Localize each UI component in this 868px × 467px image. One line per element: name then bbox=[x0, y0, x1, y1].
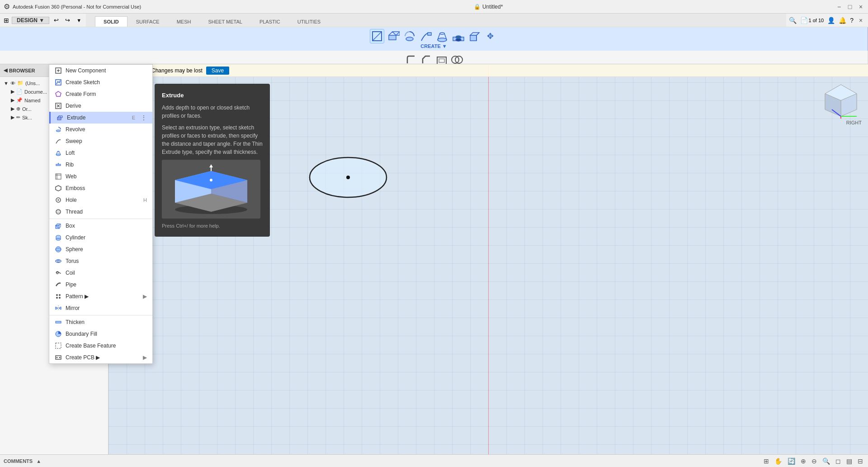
menu-item-rib[interactable]: Rib bbox=[49, 159, 152, 171]
menu-item-sweep[interactable]: Sweep bbox=[49, 135, 152, 147]
user-icon[interactable]: 👤 bbox=[827, 17, 835, 24]
undo-history-button[interactable]: ▼ bbox=[75, 17, 83, 24]
menu-item-mirror[interactable]: Mirror bbox=[49, 302, 152, 314]
menu-item-emboss[interactable]: Emboss bbox=[49, 182, 152, 194]
pattern-icon bbox=[55, 293, 62, 300]
menu-label-torus: Torus bbox=[66, 258, 79, 264]
menu-item-thicken[interactable]: Thicken bbox=[49, 316, 152, 328]
toolbar-hole[interactable] bbox=[451, 29, 466, 43]
menu-item-pattern[interactable]: Pattern ▶ ▶ bbox=[49, 291, 152, 302]
menu-label-create-form: Create Form bbox=[66, 91, 96, 97]
toolbar-extrude[interactable] bbox=[386, 29, 401, 43]
fit-screen-icon[interactable]: ⊞ bbox=[762, 457, 770, 465]
help-icon[interactable]: ? bbox=[850, 17, 854, 24]
svg-point-69 bbox=[56, 130, 61, 132]
loft-icon bbox=[55, 149, 62, 157]
search-icon[interactable]: 🔍 bbox=[789, 17, 797, 24]
menu-item-torus[interactable]: Torus bbox=[49, 255, 152, 267]
hand-tool-icon[interactable]: ✋ bbox=[773, 457, 783, 465]
toolbar-loft[interactable] bbox=[435, 29, 449, 43]
menu-item-derive[interactable]: Derive bbox=[49, 100, 152, 112]
tab-surface[interactable]: SURFACE bbox=[127, 16, 168, 27]
orbit-icon[interactable]: 🔄 bbox=[786, 457, 797, 465]
menu-item-web[interactable]: Web bbox=[49, 171, 152, 182]
tooltip-description: Adds depth to open or closed sketch prof… bbox=[162, 104, 263, 120]
tooltip-press-hint: Press Ctrl+/ for more help. bbox=[162, 222, 263, 230]
app-menu-icon[interactable]: ⊞ bbox=[4, 17, 9, 24]
menu-label-boundary-fill: Boundary Fill bbox=[66, 331, 97, 337]
toolbar-box[interactable] bbox=[467, 29, 482, 43]
extrude-more-icon[interactable]: ⋮ bbox=[141, 114, 147, 121]
zoom-extend-icon[interactable]: ⊕ bbox=[799, 457, 807, 465]
doc-icon: 📄 bbox=[16, 89, 23, 95]
toolbar-chamfer[interactable] bbox=[419, 52, 434, 64]
view-toggle-icon[interactable]: ◻ bbox=[834, 457, 842, 465]
menu-item-sphere[interactable]: Sphere bbox=[49, 243, 152, 255]
toolbar-new-sketch[interactable] bbox=[370, 29, 384, 43]
comments-expand-icon[interactable]: ▲ bbox=[36, 458, 41, 464]
toolbar-revolve[interactable] bbox=[402, 29, 417, 43]
svg-point-95 bbox=[57, 261, 60, 262]
nav-cube[interactable]: RIGHT bbox=[823, 82, 863, 119]
menu-item-revolve[interactable]: Revolve bbox=[49, 124, 152, 135]
sweep-icon bbox=[55, 138, 62, 145]
grid-icon[interactable]: ▤ bbox=[845, 457, 854, 465]
tab-mesh[interactable]: MESH bbox=[168, 16, 200, 27]
expand-icon: ▼ bbox=[4, 81, 9, 86]
display-settings-icon[interactable]: ⊟ bbox=[856, 457, 864, 465]
panel-close-button[interactable]: × bbox=[857, 17, 864, 24]
minimize-button[interactable]: − bbox=[835, 3, 843, 10]
app-icon: ⚙ bbox=[4, 2, 10, 11]
menu-item-create-pcb[interactable]: Create PCB ▶ ▶ bbox=[49, 352, 152, 363]
menu-item-create-sketch[interactable]: Create Sketch bbox=[49, 76, 152, 88]
eye-icon[interactable]: 👁 bbox=[10, 81, 15, 86]
menu-label-cylinder: Cylinder bbox=[66, 234, 85, 241]
menu-item-cylinder[interactable]: Cylinder bbox=[49, 232, 152, 243]
menu-item-boundary-fill[interactable]: Boundary Fill bbox=[49, 328, 152, 340]
notification-icon[interactable]: 🔔 bbox=[839, 17, 846, 24]
menu-item-pipe[interactable]: Pipe bbox=[49, 279, 152, 291]
redo-button[interactable]: ↪ bbox=[63, 16, 72, 24]
zoom-in-icon[interactable]: 🔍 bbox=[821, 457, 831, 465]
menu-item-create-base-feature[interactable]: Create Base Feature bbox=[49, 340, 152, 352]
canvas-vertical-line bbox=[488, 64, 489, 454]
mirror-icon bbox=[55, 305, 62, 312]
tab-solid[interactable]: SOLID bbox=[95, 16, 127, 27]
tab-plastic[interactable]: PLASTIC bbox=[251, 16, 289, 27]
design-button[interactable]: DESIGN ▼ bbox=[12, 17, 49, 24]
menu-item-thread[interactable]: Thread bbox=[49, 206, 152, 218]
toolbar-sweep[interactable] bbox=[419, 29, 433, 43]
menu-item-hole[interactable]: Hole H bbox=[49, 194, 152, 206]
menu-item-coil[interactable]: Coil bbox=[49, 267, 152, 279]
maximize-button[interactable]: □ bbox=[846, 3, 854, 10]
tab-sheet-metal[interactable]: SHEET METAL bbox=[199, 16, 250, 27]
menu-item-loft[interactable]: Loft bbox=[49, 147, 152, 159]
emboss-icon bbox=[55, 185, 62, 192]
menu-label-web: Web bbox=[66, 173, 76, 180]
toolbar-move[interactable]: ✥ bbox=[484, 29, 498, 43]
derive-icon bbox=[55, 102, 62, 110]
menu-item-extrude[interactable]: Extrude E ⋮ bbox=[49, 112, 152, 124]
unsaved-message: Changes may be lost bbox=[151, 67, 203, 74]
toolbar-fillet[interactable] bbox=[404, 52, 418, 64]
menu-item-new-component[interactable]: New Component bbox=[49, 65, 152, 76]
zoom-out-icon[interactable]: ⊖ bbox=[810, 457, 818, 465]
torus-icon bbox=[55, 257, 62, 265]
tooltip-preview-svg bbox=[166, 162, 256, 216]
svg-rect-67 bbox=[57, 118, 61, 120]
menu-item-create-form[interactable]: Create Form bbox=[49, 88, 152, 100]
svg-point-97 bbox=[59, 294, 61, 296]
tab-utilities[interactable]: UTILITIES bbox=[289, 16, 329, 27]
boundary-fill-icon bbox=[55, 330, 62, 338]
menu-item-box[interactable]: Box bbox=[49, 220, 152, 232]
save-button[interactable]: Save bbox=[206, 67, 229, 75]
canvas-tools: ⊞ ✋ 🔄 ⊕ ⊖ 🔍 ◻ ▤ ⊟ bbox=[762, 457, 864, 465]
menu-divider-2 bbox=[49, 315, 152, 315]
pattern-arrow: ▶ bbox=[143, 293, 147, 300]
menu-label-pipe: Pipe bbox=[66, 281, 76, 288]
undo-button[interactable]: ↩ bbox=[52, 16, 61, 24]
svg-point-8 bbox=[440, 33, 444, 34]
toolbar-combine[interactable] bbox=[450, 52, 464, 64]
toolbar-shell[interactable] bbox=[434, 52, 449, 64]
close-button[interactable]: × bbox=[857, 3, 864, 10]
